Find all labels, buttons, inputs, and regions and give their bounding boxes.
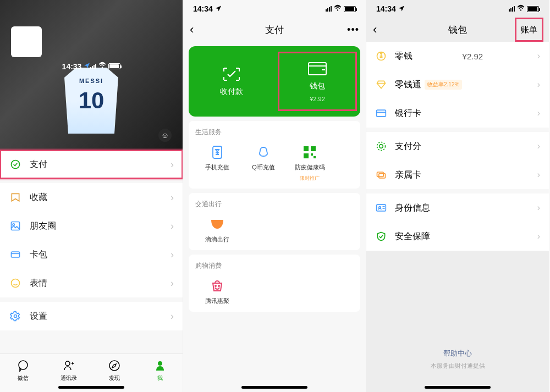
svg-point-7 (65, 361, 70, 366)
tab-chats[interactable]: 微信 (0, 358, 46, 382)
home-indicator (425, 386, 491, 389)
battery-icon (108, 63, 120, 69)
menu-label: 收藏 (30, 192, 47, 203)
status-time: 14:34 (376, 4, 396, 13)
service-tencent-huiju[interactable]: 腾讯惠聚 (195, 278, 239, 305)
back-button[interactable]: ‹ (373, 23, 377, 37)
wallet-item-family-card[interactable]: 亲属卡 › (366, 161, 549, 189)
chevron-right-icon: › (170, 249, 174, 261)
coin-icon (375, 50, 387, 62)
service-label: 滴滴出行 (205, 235, 229, 244)
avatar[interactable] (11, 26, 42, 57)
location-icon (215, 5, 222, 13)
section-transport: 交通出行 滴滴出行 (189, 193, 360, 250)
tab-discover[interactable]: 发现 (91, 358, 137, 382)
back-button[interactable]: ‹ (190, 23, 194, 37)
floating-reaction-icon[interactable]: ☺ (158, 129, 172, 142)
menu-label: 表情 (30, 278, 47, 289)
cellular-icon (509, 6, 515, 12)
item-label: 零钱通 (395, 79, 421, 91)
menu-item-stickers[interactable]: 表情 › (0, 269, 183, 297)
svg-rect-13 (311, 146, 316, 151)
wallet-item-pay-score[interactable]: 支付分 › (366, 132, 549, 161)
service-label: 防疫健康码 (295, 163, 325, 172)
menu-item-pay[interactable]: 支付 › (0, 150, 183, 179)
chat-icon (16, 358, 30, 373)
svg-point-22 (380, 145, 383, 148)
svg-point-4 (12, 279, 20, 288)
cellular-icon (90, 64, 96, 69)
identity-icon (375, 202, 387, 214)
wallet-item-change[interactable]: 零钱 ¥2.92 › (366, 42, 549, 70)
service-health-code[interactable]: 防疫健康码 限时推广 (288, 145, 332, 182)
more-button[interactable]: ••• (347, 24, 359, 36)
service-label: 手机充值 (205, 163, 229, 172)
menu-item-moments[interactable]: 朋友圈 › (0, 212, 183, 240)
wallet-list-2: 支付分 › 亲属卡 › (366, 132, 549, 189)
didi-icon (210, 217, 225, 232)
tab-label: 微信 (18, 374, 29, 382)
svg-point-9 (158, 361, 162, 366)
menu-item-cards[interactable]: 卡包 › (0, 240, 183, 269)
cards-icon (9, 248, 22, 261)
bills-button[interactable]: 账单 (515, 18, 543, 42)
chevron-right-icon: › (170, 159, 174, 170)
wallet-item-bank-cards[interactable]: 银行卡 › (366, 99, 549, 128)
svg-rect-20 (377, 110, 386, 117)
service-didi[interactable]: 滴滴出行 (195, 217, 239, 244)
home-indicator (58, 386, 124, 389)
wifi-icon (517, 4, 525, 14)
screen-profile: 14:33 10 ☺ 支付 › 收藏 › (0, 0, 183, 392)
svg-point-2 (13, 224, 14, 225)
tab-me[interactable]: 我 (137, 358, 183, 382)
moments-icon (9, 219, 22, 233)
item-value: ¥2.92 (463, 52, 483, 61)
jersey-number: 10 (79, 87, 105, 114)
contacts-icon (62, 358, 76, 373)
discover-icon (107, 358, 122, 373)
service-mobile-topup[interactable]: 手机充值 (195, 145, 239, 182)
item-label: 亲属卡 (395, 169, 421, 181)
wallet-item-identity[interactable]: 身份信息 › (366, 194, 549, 222)
help-center-link[interactable]: 帮助中心 (366, 349, 549, 358)
wallet-item-security[interactable]: 安全保障 › (366, 222, 549, 251)
status-bar: 14:34 (183, 0, 366, 18)
qrcode-icon (302, 145, 317, 160)
svg-rect-16 (314, 156, 316, 158)
svg-rect-15 (311, 153, 313, 156)
wallet-button[interactable]: 钱包 ¥2.92 (274, 56, 360, 107)
service-sublabel: 限时推广 (300, 175, 320, 182)
chevron-right-icon: › (537, 170, 540, 180)
menu-item-settings[interactable]: 设置 › (0, 297, 183, 330)
family-card-icon (375, 169, 387, 181)
jersey-image: 10 (53, 68, 130, 134)
section-title: 生活服务 (195, 128, 354, 137)
rate-tag: 收益率2.12% (425, 80, 462, 90)
svg-rect-10 (309, 63, 326, 75)
tab-label: 通讯录 (61, 374, 77, 382)
wallet-item-change-plus[interactable]: 零钱通 收益率2.12% › (366, 70, 549, 99)
receive-pay-button[interactable]: 收付款 (189, 56, 274, 107)
battery-icon (344, 6, 356, 12)
score-icon (375, 140, 387, 152)
favorites-icon (9, 191, 22, 204)
status-bar: 14:34 (366, 0, 549, 18)
battery-icon (527, 6, 539, 12)
profile-menu-list: 支付 › 收藏 › 朋友圈 › 卡包 › 表情 › 设置 › (0, 150, 183, 330)
service-qcoin[interactable]: Q币充值 (241, 145, 285, 182)
pay-icon (9, 158, 22, 171)
svg-rect-12 (304, 146, 309, 151)
phone-icon (210, 145, 225, 160)
section-life-services: 生活服务 手机充值 Q币充值 防疫健康码 限时推广 (189, 121, 360, 189)
me-icon (153, 358, 167, 373)
provider-text: 本服务由财付通提供 (366, 362, 549, 370)
wallet-footer: 帮助中心 本服务由财付通提供 (366, 349, 549, 370)
tab-contacts[interactable]: 通讯录 (46, 358, 91, 382)
profile-header-image: 14:33 10 ☺ (0, 0, 183, 150)
wallet-list-3: 身份信息 › 安全保障 › (366, 194, 549, 251)
svg-rect-1 (12, 222, 20, 230)
menu-item-favorites[interactable]: 收藏 › (0, 179, 183, 212)
menu-label: 支付 (30, 159, 47, 170)
item-label: 身份信息 (395, 202, 430, 214)
svg-point-6 (19, 361, 28, 369)
